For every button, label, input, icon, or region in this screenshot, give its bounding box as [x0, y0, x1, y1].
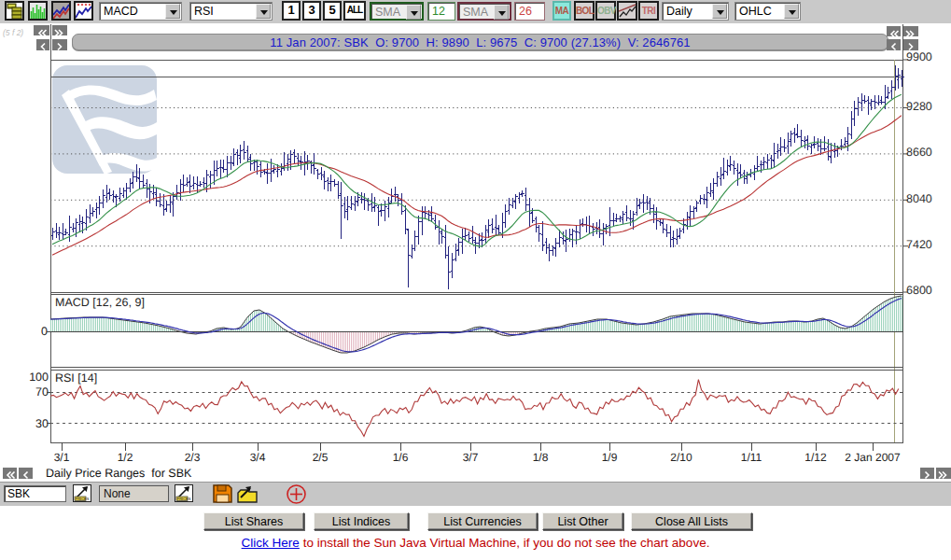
svg-text:RSI [14]: RSI [14] [55, 371, 97, 385]
svg-text:2/5: 2/5 [313, 451, 329, 464]
svg-text:1/11: 1/11 [741, 451, 762, 464]
svg-text:PRICES: PRICES [76, 497, 90, 501]
svg-text:1/6: 1/6 [393, 451, 409, 464]
svg-text:1/2: 1/2 [118, 451, 133, 464]
svg-text:1/12: 1/12 [804, 451, 827, 464]
svg-text:3/1: 3/1 [54, 451, 70, 464]
svg-text:9280: 9280 [906, 100, 932, 113]
svg-text:7420: 7420 [906, 238, 932, 251]
svg-text:1/9: 1/9 [602, 451, 618, 464]
svg-text:8040: 8040 [906, 192, 932, 205]
svg-text:70: 70 [35, 385, 49, 399]
svg-text:MACD [12, 26, 9]: MACD [12, 26, 9] [55, 296, 145, 309]
svg-text:100: 100 [29, 371, 49, 384]
svg-text:1/8: 1/8 [533, 451, 549, 464]
svg-text:6800: 6800 [906, 284, 932, 297]
svg-text:2/10: 2/10 [670, 451, 692, 464]
svg-text:30: 30 [35, 417, 49, 430]
svg-text:8660: 8660 [906, 146, 932, 159]
svg-text:3/7: 3/7 [463, 451, 479, 464]
svg-text:0: 0 [41, 325, 48, 338]
svg-text:2 Jan 2007: 2 Jan 2007 [845, 451, 901, 464]
svg-text:Daily Price Ranges for SBK: Daily Price Ranges for SBK [46, 467, 192, 480]
svg-text:2/3: 2/3 [185, 451, 201, 464]
svg-text:PRICES: PRICES [177, 497, 191, 501]
svg-text:3/4: 3/4 [250, 451, 266, 464]
